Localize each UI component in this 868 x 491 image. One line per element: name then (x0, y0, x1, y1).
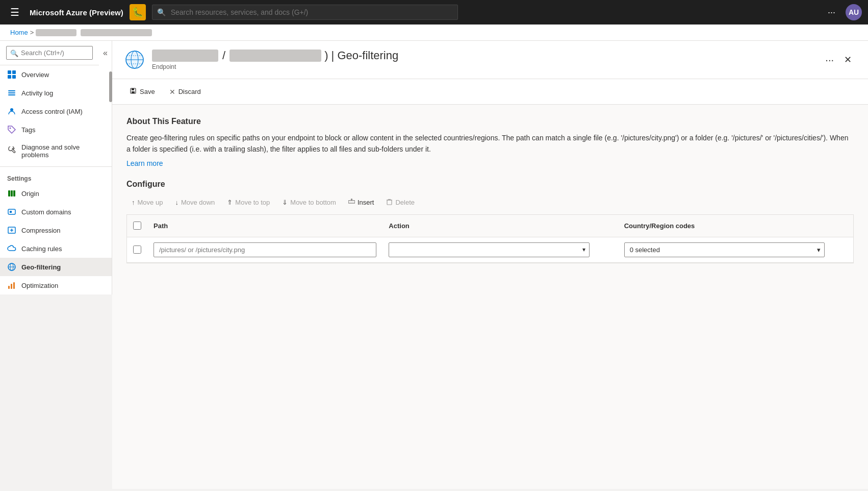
sidebar-item-iam[interactable]: Access control (IAM) (0, 102, 112, 120)
sidebar-item-caching-rules[interactable]: Caching rules (0, 239, 112, 258)
page-title-sep1: / (222, 49, 225, 62)
sidebar-divider (0, 166, 112, 167)
avatar[interactable]: AU (846, 4, 862, 20)
discard-icon: ✕ (169, 88, 175, 96)
main-layout: 🔍 « Overview Activity log (0, 41, 868, 489)
action-select-wrap: Block Allow ▾ (389, 242, 590, 257)
sidebar-search: 🔍 (0, 41, 99, 65)
sidebar-item-custom-domains[interactable]: Custom domains (0, 203, 112, 221)
sidebar-collapse-button[interactable]: « (99, 44, 112, 62)
sidebar-item-caching-rules-label: Caching rules (21, 245, 62, 253)
delete-button[interactable]: Delete (381, 196, 420, 209)
save-button[interactable]: Save (124, 84, 160, 99)
sidebar-search-input[interactable] (6, 46, 93, 60)
row-region-cell: 0 selected ▾ (618, 237, 853, 262)
select-all-checkbox[interactable] (133, 222, 141, 230)
insert-label: Insert (358, 199, 374, 206)
svg-rect-10 (11, 190, 13, 197)
move-to-top-label: Move to top (235, 199, 270, 206)
row-action-cell: Block Allow ▾ (382, 237, 618, 262)
sidebar: 🔍 « Overview Activity log (0, 41, 112, 294)
sidebar-item-geo-filtering-label: Geo-filtering (21, 263, 61, 271)
top-navigation: ☰ Microsoft Azure (Preview) 🐛 🔍 ··· AU (0, 0, 868, 24)
svg-rect-4 (8, 90, 15, 91)
page-header-dots-button[interactable]: ··· (821, 52, 838, 68)
discard-button[interactable]: ✕ Discard (164, 85, 206, 99)
table-col-region: Country/Region codes (618, 219, 853, 233)
sidebar-item-compression[interactable]: Compression (0, 221, 112, 239)
page-title-blur2 (229, 50, 321, 62)
insert-button[interactable]: Insert (343, 196, 379, 209)
page-header-info: / ) | Geo-filtering Endpoint (152, 49, 398, 70)
sidebar-item-origin[interactable]: Origin (0, 184, 112, 203)
hamburger-menu-button[interactable]: ☰ (6, 4, 23, 20)
svg-rect-13 (10, 211, 12, 213)
breadcrumb-sep1: > (30, 29, 34, 36)
sidebar-item-custom-domains-label: Custom domains (21, 208, 71, 216)
rules-table: Path Action Country/Region codes (126, 214, 854, 263)
page-title-blur1 (152, 50, 218, 62)
top-nav-dots-button[interactable]: ··· (824, 5, 839, 20)
move-to-top-button[interactable]: ⇑ Move to top (222, 196, 275, 209)
sidebar-scrollbar[interactable] (109, 71, 112, 102)
page-header: / ) | Geo-filtering Endpoint ··· ✕ (112, 41, 868, 79)
region-select-chevron: ▾ (817, 246, 821, 254)
globe-icon (7, 262, 16, 272)
breadcrumb-home[interactable]: Home (10, 29, 28, 36)
about-title: About This Feature (126, 117, 854, 126)
table-col-action: Action (382, 219, 618, 233)
svg-rect-3 (12, 75, 16, 79)
move-up-label: Move up (138, 199, 163, 206)
page-globe-icon (124, 50, 145, 70)
sidebar-item-activity-log-label: Activity log (21, 89, 53, 97)
move-up-icon: ↑ (132, 199, 135, 206)
move-up-button[interactable]: ↑ Move up (126, 196, 168, 209)
sidebar-item-optimization[interactable]: Optimization (0, 276, 112, 294)
sidebar-search-icon: 🔍 (10, 49, 18, 57)
svg-rect-6 (8, 94, 15, 95)
svg-rect-26 (387, 200, 392, 205)
page-header-close-button[interactable]: ✕ (840, 52, 856, 68)
row-path-cell (147, 237, 382, 262)
svg-rect-0 (8, 70, 11, 74)
sidebar-item-geo-filtering[interactable]: Geo-filtering (0, 258, 112, 276)
svg-rect-5 (8, 92, 15, 93)
app-title: Microsoft Azure (Preview) (30, 8, 123, 17)
sidebar-item-tags[interactable]: Tags (0, 120, 112, 139)
action-select[interactable]: Block Allow (389, 242, 590, 257)
sidebar-item-overview[interactable]: Overview (0, 65, 112, 84)
region-select-display[interactable]: 0 selected ▾ (624, 242, 825, 257)
save-label: Save (140, 88, 155, 95)
bug-icon-button[interactable]: 🐛 (130, 4, 146, 20)
sidebar-item-activity-log[interactable]: Activity log (0, 84, 112, 102)
configure-title: Configure (126, 180, 854, 189)
move-down-button[interactable]: ↓ Move down (170, 196, 220, 209)
move-to-bottom-button[interactable]: ⇓ Move to bottom (277, 196, 341, 209)
sidebar-item-diagnose[interactable]: Diagnose and solve problems (0, 139, 112, 163)
svg-rect-9 (8, 190, 10, 197)
sidebar-item-tags-label: Tags (21, 126, 35, 134)
row-checkbox[interactable] (133, 245, 141, 254)
page-title-suffix: ) | Geo-filtering (324, 49, 398, 62)
learn-more-link[interactable]: Learn more (126, 159, 163, 167)
sidebar-settings-title: Settings (0, 170, 112, 184)
svg-rect-19 (13, 282, 15, 289)
table-col-checkbox (127, 219, 147, 233)
toolbar: Save ✕ Discard (112, 79, 868, 105)
content-area: / ) | Geo-filtering Endpoint ··· ✕ Save … (112, 41, 868, 489)
svg-rect-23 (132, 91, 135, 93)
region-select-wrap: 0 selected ▾ (624, 242, 825, 257)
cloud-icon (7, 244, 16, 253)
breadcrumb-blurred1 (36, 29, 76, 36)
move-to-bottom-label: Move to bottom (290, 199, 336, 206)
table-row: Block Allow ▾ 0 selected ▾ (127, 237, 853, 263)
grid-icon (7, 70, 16, 79)
svg-rect-24 (132, 88, 134, 90)
global-search-wrap: 🔍 (152, 5, 458, 20)
sidebar-item-optimization-label: Optimization (21, 282, 58, 289)
main-content: About This Feature Create geo-filtering … (112, 105, 868, 276)
global-search-input[interactable] (152, 5, 458, 20)
sidebar-item-overview-label: Overview (21, 71, 49, 79)
path-input[interactable] (154, 242, 376, 257)
page-header-actions: ··· ✕ (821, 52, 856, 68)
